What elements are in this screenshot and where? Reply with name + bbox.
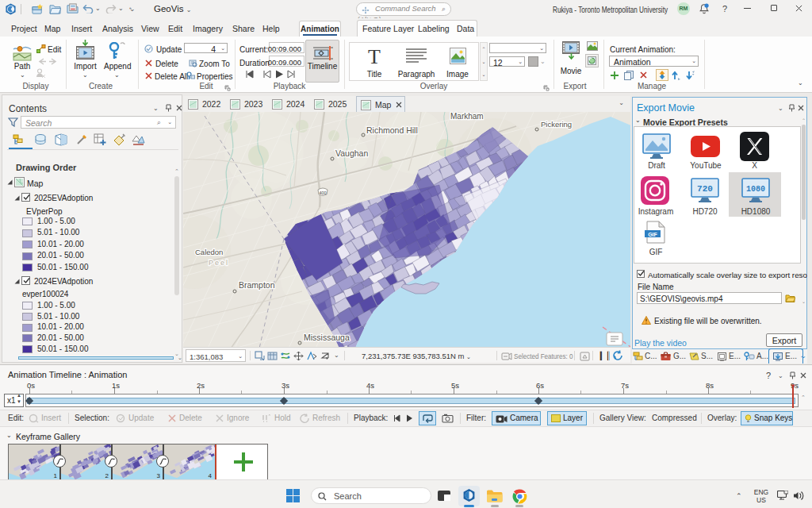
svg-text:Pickering: Pickering <box>541 120 572 129</box>
svg-text:3: 3 <box>157 472 161 479</box>
svg-text:Brampton: Brampton <box>239 280 275 290</box>
svg-text:Mississauga: Mississauga <box>304 333 350 342</box>
svg-text:Markham: Markham <box>450 112 484 121</box>
svg-text:4: 4 <box>209 472 213 479</box>
svg-text:720: 720 <box>697 184 713 194</box>
svg-text:Vaughan: Vaughan <box>335 148 368 158</box>
svg-text:Peel: Peel <box>209 259 229 267</box>
svg-text:Caledon: Caledon <box>195 248 223 256</box>
svg-text:2: 2 <box>105 472 109 479</box>
svg-text:1: 1 <box>54 472 58 479</box>
svg-text:GIF: GIF <box>648 232 657 237</box>
svg-text:1080: 1080 <box>746 185 765 194</box>
svg-text:Richmond Hill: Richmond Hill <box>366 125 418 135</box>
svg-text:400: 400 <box>319 190 326 195</box>
